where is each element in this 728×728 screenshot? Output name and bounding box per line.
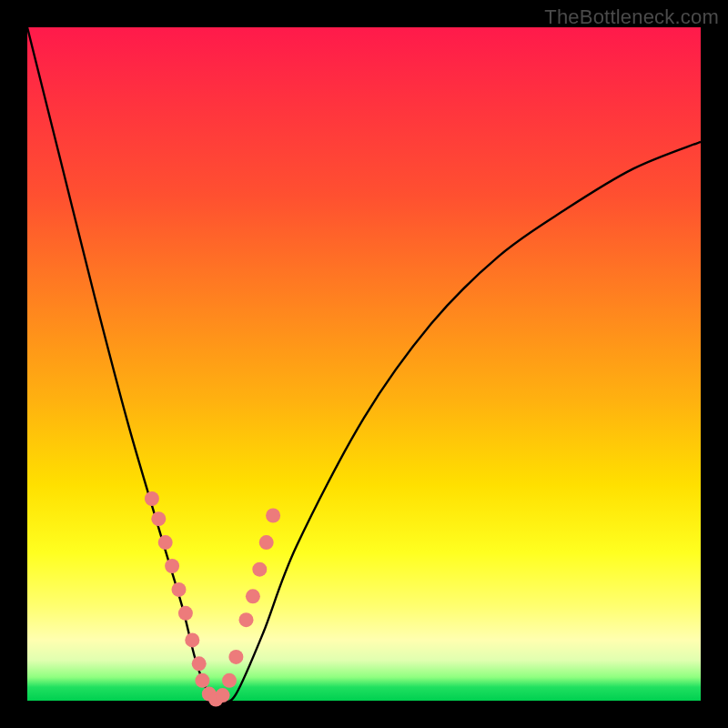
chart-frame: TheBottleneck.com <box>0 0 728 728</box>
highlight-dot <box>178 606 193 621</box>
highlight-dot <box>151 511 166 526</box>
bottleneck-curve-path <box>27 27 701 702</box>
highlight-dots-group <box>145 491 280 707</box>
highlight-dot <box>239 612 254 627</box>
highlight-dot <box>172 582 187 597</box>
plot-area <box>27 27 701 701</box>
highlight-dot <box>216 688 230 703</box>
highlight-dot <box>185 632 199 647</box>
highlight-dot <box>252 562 267 577</box>
highlight-dot <box>266 509 280 523</box>
highlight-dot <box>246 589 260 603</box>
highlight-dot <box>158 535 173 550</box>
watermark-text: TheBottleneck.com <box>544 5 719 29</box>
highlight-dot <box>165 559 179 573</box>
curve-svg <box>27 27 701 701</box>
highlight-dot <box>259 535 274 550</box>
highlight-dot <box>222 673 237 688</box>
highlight-dot <box>195 673 209 688</box>
highlight-dot <box>228 650 243 664</box>
highlight-dot <box>192 656 207 671</box>
highlight-dot <box>145 491 159 506</box>
